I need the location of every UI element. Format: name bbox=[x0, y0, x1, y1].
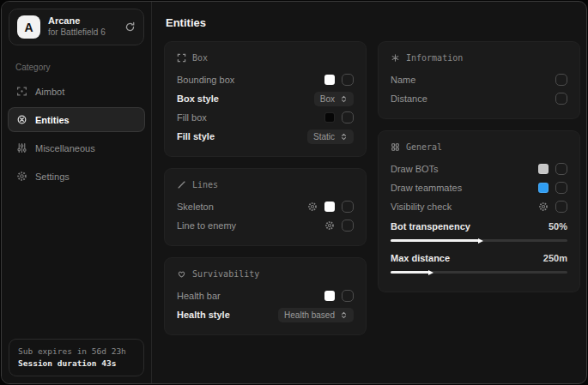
line-icon bbox=[177, 180, 186, 189]
card-lines: Lines Skeleton Line to enemy bbox=[164, 168, 367, 246]
setting-row-draw-bots: Draw BOTs bbox=[391, 159, 567, 178]
info-star-icon bbox=[391, 53, 400, 63]
setting-label: Draw BOTs bbox=[391, 164, 439, 174]
fill-style-select[interactable]: Static bbox=[307, 129, 354, 144]
color-swatch[interactable] bbox=[324, 202, 335, 212]
setting-row-fill-box: Fill box bbox=[177, 108, 354, 127]
sidebar-nav: Aimbot Entities Miscellaneous bbox=[2, 79, 151, 189]
checkbox[interactable] bbox=[342, 220, 354, 232]
app-subtitle: for Battlefield 6 bbox=[48, 27, 117, 39]
card-title: Survivability bbox=[192, 269, 259, 279]
setting-row-distance: Distance bbox=[391, 89, 567, 108]
crosshair-icon bbox=[16, 86, 27, 97]
checkbox[interactable] bbox=[555, 201, 567, 213]
setting-row-health-bar: Health bar bbox=[177, 286, 354, 305]
color-swatch[interactable] bbox=[324, 112, 335, 123]
sidebar-item-settings[interactable]: Settings bbox=[8, 164, 145, 189]
sync-icon[interactable] bbox=[124, 21, 136, 33]
setting-label: Skeleton bbox=[177, 202, 214, 212]
card-title: Information bbox=[406, 53, 463, 63]
setting-row-bounding-box: Bounding box bbox=[177, 70, 354, 89]
sidebar-item-miscellaneous[interactable]: Miscellaneous bbox=[8, 135, 145, 160]
settings-gear-icon[interactable] bbox=[307, 202, 318, 212]
sidebar-item-label: Aimbot bbox=[35, 87, 64, 97]
sidebar-item-label: Settings bbox=[35, 171, 70, 182]
slider-value: 250m bbox=[543, 253, 567, 263]
sliders-icon bbox=[16, 142, 27, 153]
sidebar: A Arcane for Battlefield 6 Category Aimb… bbox=[2, 2, 152, 383]
setting-row-line-to-enemy: Line to enemy bbox=[177, 216, 354, 235]
color-swatch[interactable] bbox=[324, 75, 335, 85]
checkbox[interactable] bbox=[342, 201, 354, 213]
sidebar-item-label: Entities bbox=[35, 115, 70, 125]
heart-icon bbox=[177, 269, 186, 279]
setting-label: Fill box bbox=[177, 112, 207, 123]
card-box: Box Bounding box Box style Box bbox=[164, 41, 367, 157]
checkbox[interactable] bbox=[555, 74, 567, 86]
category-label: Category bbox=[15, 63, 137, 72]
slider-fill bbox=[391, 271, 429, 274]
setting-label: Visibility check bbox=[391, 202, 452, 212]
slider-label: Bot transpenency bbox=[391, 221, 470, 232]
app-logo: A bbox=[17, 15, 40, 39]
color-swatch[interactable] bbox=[538, 183, 549, 193]
select-value: Health based bbox=[284, 310, 335, 320]
box-style-select[interactable]: Box bbox=[314, 92, 354, 106]
session-duration-text: Session duration 43s bbox=[18, 358, 135, 370]
card-information: Information Name Distance bbox=[378, 41, 580, 119]
settings-gear-icon[interactable] bbox=[538, 202, 549, 212]
setting-label: Distance bbox=[391, 93, 427, 104]
checkbox[interactable] bbox=[555, 163, 567, 175]
slider-label: Max distance bbox=[391, 253, 450, 263]
card-general: General Draw BOTs Draw teammates bbox=[378, 130, 580, 292]
select-value: Static bbox=[313, 132, 335, 141]
setting-label: Health bar bbox=[177, 291, 221, 301]
slider-bot-transparency: Bot transpenency 50% bbox=[391, 218, 567, 242]
setting-row-visibility-check: Visibility check bbox=[391, 197, 567, 216]
page-title: Entities bbox=[166, 16, 579, 29]
color-swatch[interactable] bbox=[538, 164, 549, 174]
entities-icon bbox=[16, 114, 27, 125]
sidebar-item-entities[interactable]: Entities bbox=[8, 107, 145, 132]
setting-row-draw-teammates: Draw teammates bbox=[391, 178, 567, 197]
setting-label: Draw teammates bbox=[391, 183, 462, 193]
card-title: Lines bbox=[192, 180, 218, 189]
setting-label: Bounding box bbox=[177, 75, 234, 85]
slider-thumb[interactable] bbox=[478, 238, 483, 244]
corners-icon bbox=[177, 53, 186, 63]
health-style-select[interactable]: Health based bbox=[278, 308, 354, 322]
checkbox[interactable] bbox=[555, 182, 567, 194]
checkbox[interactable] bbox=[555, 93, 567, 105]
gear-icon bbox=[16, 171, 27, 182]
unfold-icon bbox=[340, 133, 348, 141]
setting-label: Health style bbox=[177, 310, 230, 320]
setting-row-health-style: Health style Health based bbox=[177, 305, 354, 324]
slider-track[interactable] bbox=[391, 271, 567, 274]
color-swatch[interactable] bbox=[324, 291, 335, 301]
setting-label: Name bbox=[391, 75, 415, 85]
unfold-icon bbox=[340, 95, 348, 103]
settings-gear-icon[interactable] bbox=[324, 220, 335, 231]
slider-track[interactable] bbox=[391, 239, 567, 242]
slider-thumb[interactable] bbox=[428, 270, 433, 275]
checkbox[interactable] bbox=[342, 111, 354, 123]
card-title: Box bbox=[192, 53, 208, 63]
setting-label: Line to enemy bbox=[177, 220, 236, 231]
setting-label: Box style bbox=[177, 93, 219, 104]
setting-row-fill-style: Fill style Static bbox=[177, 127, 354, 146]
slider-max-distance: Max distance 250m bbox=[391, 250, 567, 274]
select-value: Box bbox=[320, 94, 335, 104]
unfold-icon bbox=[340, 311, 348, 319]
checkbox[interactable] bbox=[342, 74, 354, 86]
grid-icon bbox=[391, 142, 400, 152]
card-title: General bbox=[406, 142, 442, 152]
setting-label: Fill style bbox=[177, 131, 215, 141]
checkbox[interactable] bbox=[342, 290, 354, 302]
slider-value: 50% bbox=[549, 221, 567, 232]
sidebar-item-aimbot[interactable]: Aimbot bbox=[8, 79, 145, 104]
main-panel: Entities Box Bounding box bbox=[152, 2, 587, 383]
app-name: Arcane bbox=[48, 15, 117, 27]
setting-row-box-style: Box style Box bbox=[177, 89, 354, 108]
sidebar-item-label: Miscellaneous bbox=[35, 143, 95, 153]
subscription-info: Sub expires in 56d 23h Session duration … bbox=[9, 339, 144, 377]
